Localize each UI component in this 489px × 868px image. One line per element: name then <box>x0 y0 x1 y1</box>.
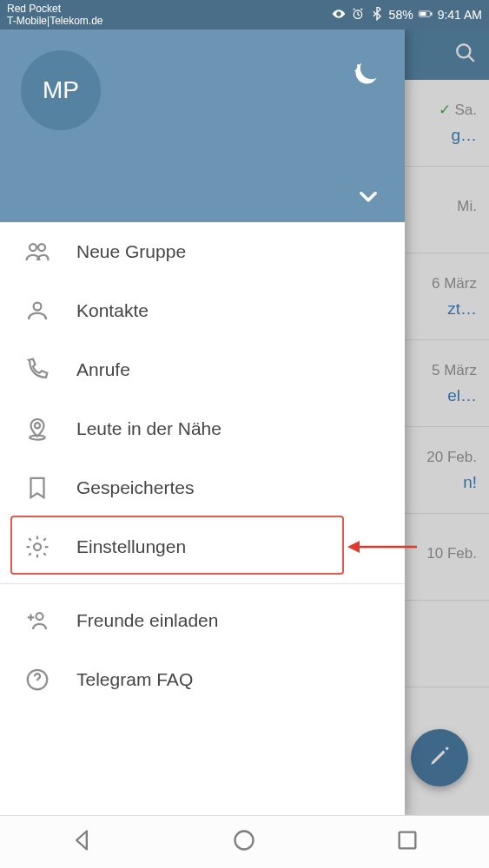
menu-invite[interactable]: Freunde einladen <box>0 591 405 650</box>
eye-icon <box>332 7 346 23</box>
menu-contacts[interactable]: Kontakte <box>0 281 405 340</box>
menu-label: Telegram FAQ <box>76 669 193 690</box>
moon-icon <box>349 78 380 93</box>
help-icon <box>23 667 52 693</box>
battery-percent: 58% <box>389 8 413 22</box>
account-expand[interactable] <box>356 184 380 212</box>
svg-point-13 <box>36 613 43 620</box>
navigation-drawer: MP Neue Gruppe Kontakte <box>0 30 405 816</box>
svg-point-10 <box>35 423 40 428</box>
person-icon <box>23 298 52 324</box>
battery-icon <box>419 7 433 23</box>
menu-label: Kontakte <box>76 300 149 321</box>
annotation-arrow <box>347 536 417 561</box>
avatar[interactable]: MP <box>21 50 101 130</box>
svg-rect-17 <box>400 832 416 849</box>
chevron-down-icon <box>356 196 380 211</box>
menu-divider <box>0 583 405 584</box>
menu-settings[interactable]: Einstellungen <box>0 517 405 576</box>
svg-point-7 <box>30 244 36 251</box>
gear-icon <box>23 534 52 560</box>
menu-label: Anrufe <box>76 359 130 380</box>
status-bar: Red Pocket T-Mobile|Telekom.de 58% 9:41 … <box>0 0 489 30</box>
nav-recent[interactable] <box>395 828 420 856</box>
night-mode-toggle[interactable] <box>349 59 380 94</box>
invite-icon <box>23 608 52 634</box>
group-icon <box>23 239 52 265</box>
carrier-1: Red Pocket <box>7 3 103 15</box>
avatar-initials: MP <box>43 76 79 104</box>
svg-point-12 <box>34 543 41 550</box>
alarm-icon <box>351 7 365 23</box>
nav-home[interactable] <box>232 828 256 856</box>
system-nav-bar <box>0 815 489 868</box>
menu-label: Neue Gruppe <box>76 241 186 262</box>
nearby-icon <box>23 416 52 442</box>
svg-rect-2 <box>420 11 426 15</box>
phone-icon <box>23 357 52 383</box>
drawer-header: MP <box>0 30 405 222</box>
bluetooth-icon <box>370 7 384 23</box>
svg-point-5 <box>357 64 360 67</box>
svg-rect-3 <box>430 12 432 15</box>
drawer-menu: Neue Gruppe Kontakte Anrufe Leute in der… <box>0 222 405 816</box>
menu-new-group[interactable]: Neue Gruppe <box>0 222 405 281</box>
nav-back[interactable] <box>69 828 94 856</box>
menu-saved[interactable]: Gespeichertes <box>0 458 405 517</box>
menu-label: Gespeichertes <box>76 477 194 498</box>
menu-label: Einstellungen <box>76 536 186 557</box>
svg-point-16 <box>235 832 254 850</box>
svg-point-9 <box>34 303 42 311</box>
carrier-2: T-Mobile|Telekom.de <box>7 15 103 27</box>
menu-label: Freunde einladen <box>76 610 218 631</box>
menu-calls[interactable]: Anrufe <box>0 340 405 399</box>
menu-label: Leute in der Nähe <box>76 418 221 439</box>
clock-time: 9:41 AM <box>438 8 482 22</box>
svg-point-6 <box>354 69 356 71</box>
menu-nearby[interactable]: Leute in der Nähe <box>0 399 405 458</box>
bookmark-icon <box>23 475 52 501</box>
menu-faq[interactable]: Telegram FAQ <box>0 650 405 709</box>
svg-point-8 <box>38 244 45 251</box>
